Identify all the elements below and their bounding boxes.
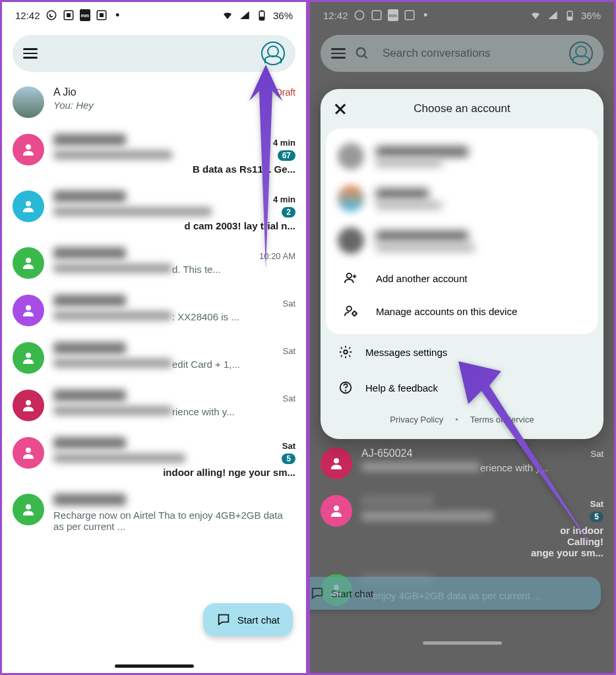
message-preview — [53, 454, 185, 463]
gear-icon — [338, 345, 354, 359]
avatar — [13, 86, 44, 118]
privacy-link[interactable]: Privacy Policy — [390, 415, 443, 425]
account-item[interactable] — [326, 220, 598, 262]
search-bar[interactable]: Search conversations — [321, 35, 603, 72]
account-email — [376, 244, 475, 251]
conversation-item[interactable]: A JioDraft You: Hey — [13, 78, 295, 126]
help-icon — [338, 380, 354, 395]
message-preview — [53, 264, 172, 273]
svg-rect-7 — [261, 11, 262, 12]
app-icon-3 — [96, 9, 108, 21]
svg-point-9 — [26, 201, 31, 206]
timestamp: Sat — [590, 449, 603, 459]
timestamp: 4 min — [273, 194, 295, 204]
manage-icon — [338, 304, 364, 318]
terms-link[interactable]: Terms of Service — [470, 415, 534, 425]
svg-point-15 — [26, 504, 31, 510]
svg-point-21 — [357, 48, 365, 57]
account-name — [376, 231, 468, 241]
add-account-button[interactable]: Add another account — [326, 262, 598, 295]
battery-text: 36% — [581, 10, 601, 21]
svg-point-0 — [47, 11, 56, 20]
message-preview — [53, 406, 172, 415]
avatar — [13, 247, 44, 279]
unread-badge: 5 — [282, 454, 295, 464]
add-person-icon — [338, 271, 364, 285]
message-suffix: d cam 2003! lay trial n... — [53, 220, 295, 231]
conversation-item[interactable]: 4 min 2 d cam 2003! lay trial n... — [13, 183, 295, 239]
whatsapp-icon — [354, 9, 365, 21]
svg-point-13 — [26, 400, 31, 405]
search-placeholder: Search conversations — [383, 47, 569, 60]
conversation-item[interactable]: Sat rience with y... — [13, 382, 295, 429]
battery-text: 36% — [273, 10, 293, 21]
svg-point-14 — [26, 448, 31, 453]
contact-name — [361, 495, 434, 507]
status-bar: 12:42 mm • 36% — [2, 2, 306, 28]
avatar — [13, 295, 44, 326]
avatar — [321, 495, 352, 527]
start-chat-button[interactable]: Start chat — [203, 603, 293, 636]
avatar — [338, 227, 364, 254]
profile-avatar-button[interactable] — [569, 42, 593, 65]
conversation-item[interactable]: Sat 5 indoor alling! nge your sm... — [13, 429, 295, 486]
contact-name — [53, 390, 126, 401]
unread-badge: 2 — [282, 207, 295, 218]
nav-handle[interactable] — [115, 664, 194, 668]
message-suffix: edit Card + 1,... — [172, 359, 240, 370]
svg-rect-17 — [372, 11, 381, 20]
avatar — [13, 134, 44, 165]
avatar — [13, 390, 44, 421]
more-dot: • — [115, 9, 119, 22]
avatar — [13, 342, 44, 374]
avatar — [321, 448, 352, 479]
timestamp: Sat — [282, 441, 295, 451]
account-item[interactable] — [326, 135, 598, 177]
conversation-item[interactable]: 4 min 67 B data as Rs118. Ge... — [13, 126, 295, 183]
profile-avatar-button[interactable] — [261, 42, 285, 65]
svg-line-22 — [364, 55, 367, 59]
conversation-item[interactable]: 10:20 AM d. This te... — [13, 239, 295, 287]
timestamp: Draft — [276, 87, 295, 98]
contact-name: AJ-650024 — [361, 448, 412, 459]
avatar — [13, 494, 44, 525]
message-preview — [53, 311, 172, 320]
wifi-icon — [530, 9, 541, 21]
account-item[interactable] — [326, 177, 598, 220]
nav-handle[interactable] — [423, 641, 502, 645]
conversation-item[interactable]: Sat 5 or indoorCalling!ange your sm... — [321, 487, 603, 566]
clock: 12:42 — [323, 10, 348, 21]
manage-accounts-button[interactable]: Manage accounts on this device — [326, 295, 598, 328]
conversation-item[interactable]: Recharge now on Airtel Tha to enjoy 4GB+… — [13, 486, 295, 540]
svg-point-11 — [26, 305, 31, 310]
message-preview: Recharge now on Airtel Tha to enjoy 4GB+… — [53, 510, 295, 532]
contact-name — [53, 191, 126, 202]
menu-icon[interactable] — [23, 48, 38, 59]
conversation-item[interactable]: Sat edit Card + 1,... — [13, 334, 295, 382]
svg-point-31 — [334, 458, 339, 463]
app-icon-2: mm — [388, 9, 398, 21]
svg-point-23 — [347, 274, 352, 278]
close-button[interactable] — [334, 102, 347, 115]
app-icon-3 — [404, 9, 416, 21]
messages-settings-button[interactable]: Messages settings — [321, 334, 603, 370]
conversation-item[interactable]: AJ-650024Sat erience with y... — [321, 440, 603, 487]
account-name — [376, 146, 468, 157]
start-chat-button[interactable]: Start chat — [308, 577, 601, 610]
status-bar: 12:42 mm • 36% — [310, 2, 614, 28]
contact-name — [53, 295, 126, 307]
unread-badge: 5 — [590, 512, 603, 522]
help-feedback-button[interactable]: Help & feedback — [321, 370, 603, 405]
conversation-item[interactable]: Sat : XX28406 is ... — [13, 287, 295, 334]
message-preview — [361, 462, 480, 471]
avatar — [13, 191, 44, 222]
search-bar[interactable] — [13, 35, 295, 72]
avatar — [338, 185, 364, 212]
svg-point-16 — [355, 11, 364, 20]
timestamp: Sat — [590, 499, 603, 509]
menu-icon[interactable] — [331, 48, 346, 59]
more-dot: • — [423, 9, 427, 22]
fab-label: Start chat — [237, 614, 280, 626]
contact-name — [53, 437, 126, 449]
svg-rect-6 — [259, 16, 264, 20]
